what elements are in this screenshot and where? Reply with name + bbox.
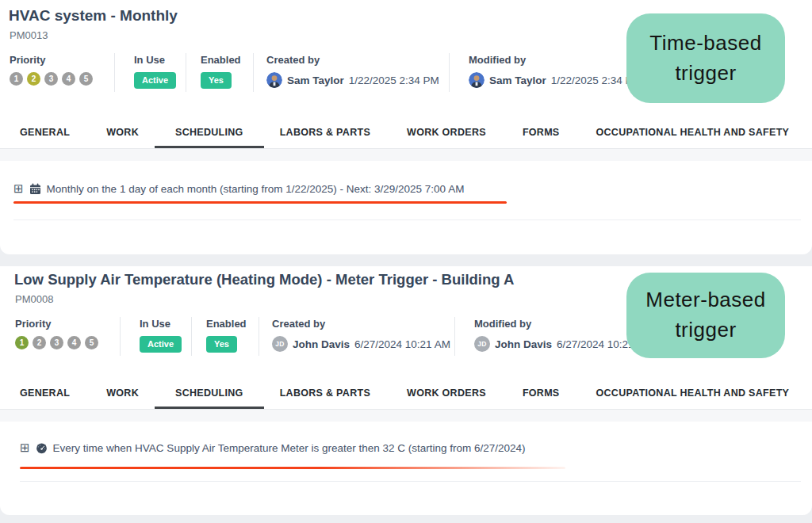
created-by-label: Created by	[266, 54, 439, 67]
divider	[449, 53, 450, 92]
annotation-underline-meter	[20, 467, 565, 469]
priority-field: Priority 1 2 3 4 5	[10, 54, 93, 86]
expand-icon[interactable]: ⊞	[13, 183, 24, 195]
in-use-badge: Active	[140, 336, 182, 353]
created-by-name: John Davis	[293, 338, 350, 350]
divider	[191, 317, 192, 356]
tab-labors-parts[interactable]: LABORS & PARTS	[280, 380, 370, 409]
created-by-label: Created by	[272, 318, 450, 330]
created-by-field: Created by JD John Davis 6/27/2024 10:21…	[272, 318, 450, 352]
created-by-datetime: 6/27/2024 10:21 AM	[354, 338, 450, 350]
tab-scheduling[interactable]: SCHEDULING	[155, 380, 264, 409]
modified-by-field: Modified by Sam Taylor 1/22/2025 2:34 PM	[469, 54, 642, 88]
in-use-label: In Use	[140, 318, 182, 330]
divider	[114, 53, 115, 92]
divider	[186, 53, 186, 92]
modified-by-name: John Davis	[495, 338, 552, 350]
divider	[120, 317, 121, 356]
created-by-person: JD John Davis 6/27/2024 10:21 AM	[272, 336, 450, 352]
tab-occupational-health-safety[interactable]: OCCUPATIONAL HEALTH AND SAFETY	[596, 119, 790, 148]
enabled-badge: Yes	[201, 72, 232, 89]
schedule-row[interactable]: ⊞ Monthly on the 1 day of each month (st…	[13, 183, 464, 195]
in-use-field: In Use Active	[140, 318, 182, 353]
pm-code: PM0013	[10, 29, 48, 41]
enabled-label: Enabled	[201, 54, 241, 67]
user-avatar-initials: JD	[474, 336, 490, 352]
tab-work[interactable]: WORK	[106, 380, 139, 409]
page-title: Low Supply Air Temperature (Heating Mode…	[14, 271, 514, 288]
in-use-badge: Active	[134, 72, 176, 89]
modified-by-name: Sam Taylor	[489, 74, 546, 86]
row-divider	[20, 481, 801, 482]
priority-pill-3[interactable]: 3	[50, 336, 63, 349]
enabled-label: Enabled	[206, 318, 247, 330]
tab-work-orders[interactable]: WORK ORDERS	[407, 380, 486, 409]
tab-scheduling[interactable]: SCHEDULING	[155, 119, 264, 148]
priority-label: Priority	[15, 318, 98, 330]
divider	[253, 53, 254, 92]
tab-forms[interactable]: FORMS	[523, 380, 560, 409]
user-avatar	[266, 72, 282, 88]
priority-pill-5[interactable]: 5	[85, 336, 98, 349]
priority-selector: 1 2 3 4 5	[15, 336, 98, 349]
priority-pill-4[interactable]: 4	[67, 336, 81, 349]
meter-based-trigger-callout: Meter-based trigger	[626, 273, 785, 358]
modified-by-person: JD John Davis 6/27/2024 10:21 AM	[474, 336, 653, 352]
user-avatar-initials: JD	[272, 336, 288, 352]
tab-general[interactable]: GENERAL	[20, 380, 70, 409]
user-avatar	[469, 72, 485, 88]
priority-pill-1[interactable]: 1	[15, 336, 29, 349]
tab-work[interactable]: WORK	[106, 119, 139, 148]
tab-forms[interactable]: FORMS	[523, 119, 560, 148]
expand-icon[interactable]: ⊞	[20, 442, 30, 454]
row-divider	[13, 220, 801, 220]
annotation-underline-time	[13, 201, 507, 204]
priority-pill-3[interactable]: 3	[44, 72, 58, 86]
callout-line: trigger	[675, 59, 736, 89]
in-use-label: In Use	[134, 54, 176, 67]
created-by-datetime: 1/22/2025 2:34 PM	[349, 74, 439, 86]
schedule-row[interactable]: ⊞ Every time when HVAC Supply Air Temper…	[20, 442, 526, 454]
tab-general[interactable]: GENERAL	[20, 119, 70, 148]
content-gap	[0, 410, 812, 422]
tab-work-orders[interactable]: WORK ORDERS	[407, 119, 486, 148]
calendar-icon	[29, 183, 41, 195]
record-tabs: GENERAL WORK SCHEDULING LABORS & PARTS W…	[20, 380, 812, 409]
schedule-description: Monthly on the 1 day of each month (star…	[47, 183, 465, 195]
priority-pill-1[interactable]: 1	[10, 72, 23, 86]
content-gap	[0, 149, 812, 161]
priority-selector: 1 2 3 4 5	[10, 72, 93, 86]
page: { "page": {"background": "#edeff2", "acc…	[0, 0, 812, 523]
enabled-field: Enabled Yes	[201, 54, 241, 89]
modified-by-person: Sam Taylor 1/22/2025 2:34 PM	[469, 72, 642, 88]
schedule-description: Every time when HVAC Supply Air Temperat…	[53, 442, 526, 454]
callout-line: Meter-based	[645, 285, 765, 315]
priority-label: Priority	[10, 54, 93, 67]
gauge-icon	[36, 442, 48, 454]
priority-pill-2[interactable]: 2	[27, 72, 40, 86]
time-based-trigger-callout: Time-based trigger	[626, 13, 785, 103]
divider	[259, 317, 259, 356]
enabled-badge: Yes	[206, 336, 237, 353]
priority-field: Priority 1 2 3 4 5	[15, 318, 98, 349]
callout-line: Time-based	[649, 29, 761, 59]
priority-pill-5[interactable]: 5	[79, 72, 93, 86]
enabled-field: Enabled Yes	[206, 318, 247, 353]
in-use-field: In Use Active	[134, 54, 176, 89]
divider	[454, 317, 455, 356]
tab-occupational-health-safety[interactable]: OCCUPATIONAL HEALTH AND SAFETY	[596, 380, 790, 409]
created-by-name: Sam Taylor	[287, 74, 344, 86]
callout-line: trigger	[675, 315, 736, 345]
pm-code: PM0008	[15, 293, 53, 305]
priority-pill-2[interactable]: 2	[33, 336, 46, 349]
created-by-person: Sam Taylor 1/22/2025 2:34 PM	[266, 72, 439, 88]
record-tabs: GENERAL WORK SCHEDULING LABORS & PARTS W…	[20, 119, 812, 148]
modified-by-label: Modified by	[469, 54, 642, 67]
page-title: HVAC system - Monthly	[9, 7, 178, 25]
created-by-field: Created by Sam Taylor 1/22/2025 2:34 PM	[266, 54, 439, 88]
priority-pill-4[interactable]: 4	[62, 72, 75, 86]
tab-labors-parts[interactable]: LABORS & PARTS	[280, 119, 370, 148]
